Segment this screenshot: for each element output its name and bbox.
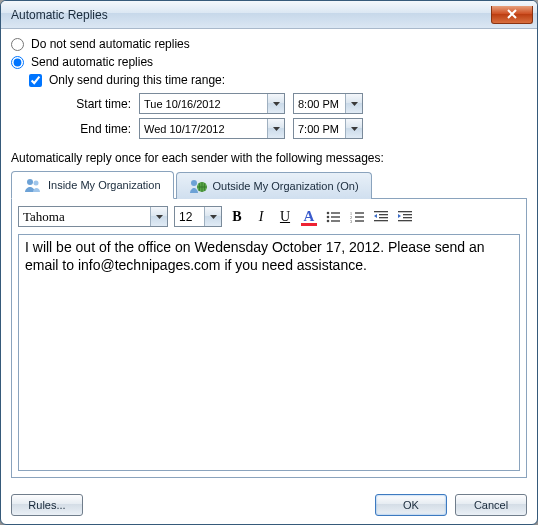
checkbox-time-range[interactable]: Only send during this time range: <box>29 73 527 87</box>
checkbox-time-range-input[interactable] <box>29 74 42 87</box>
dropdown-button[interactable] <box>150 207 167 226</box>
radio-dont-send-label: Do not send automatic replies <box>31 37 190 51</box>
radio-send[interactable]: Send automatic replies <box>11 55 527 69</box>
svg-rect-22 <box>403 217 412 218</box>
bullet-list-button[interactable] <box>324 208 342 226</box>
svg-rect-17 <box>379 214 388 215</box>
format-toolbar: Tahoma 12 B I U A 123 <box>18 205 520 228</box>
radio-send-input[interactable] <box>11 56 24 69</box>
svg-rect-20 <box>398 211 412 212</box>
outdent-button[interactable] <box>372 208 390 226</box>
end-time-select[interactable]: 7:00 PM <box>293 118 363 139</box>
radio-dont-send-input[interactable] <box>11 38 24 51</box>
window-title: Automatic Replies <box>11 8 491 22</box>
editor-panel: Tahoma 12 B I U A 123 <box>11 199 527 478</box>
numbered-list-button[interactable]: 123 <box>348 208 366 226</box>
end-time-label: End time: <box>71 122 131 136</box>
start-date-select[interactable]: Tue 10/16/2012 <box>139 93 285 114</box>
dropdown-button[interactable] <box>204 207 221 226</box>
section-label: Automatically reply once for each sender… <box>11 151 527 165</box>
end-date-select[interactable]: Wed 10/17/2012 <box>139 118 285 139</box>
svg-point-1 <box>34 181 39 186</box>
italic-button[interactable]: I <box>252 208 270 226</box>
start-time-row: Start time: Tue 10/16/2012 8:00 PM <box>71 93 527 114</box>
content-area: Do not send automatic replies Send autom… <box>1 29 537 486</box>
end-time-value: 7:00 PM <box>294 123 345 135</box>
bold-button[interactable]: B <box>228 208 246 226</box>
footer: Rules... OK Cancel <box>1 486 537 524</box>
close-button[interactable] <box>491 6 533 24</box>
tabs: Inside My Organization Outside My Organi… <box>11 171 527 199</box>
tab-inside-label: Inside My Organization <box>48 179 161 191</box>
font-value: Tahoma <box>19 209 150 225</box>
svg-rect-15 <box>355 220 364 221</box>
indent-button[interactable] <box>396 208 414 226</box>
start-time-value: 8:00 PM <box>294 98 345 110</box>
start-time-select[interactable]: 8:00 PM <box>293 93 363 114</box>
tab-outside[interactable]: Outside My Organization (On) <box>176 172 372 199</box>
svg-rect-18 <box>379 217 388 218</box>
dialog-automatic-replies: Automatic Replies Do not send automatic … <box>0 0 538 525</box>
checkbox-time-range-label: Only send during this time range: <box>49 73 225 87</box>
svg-text:3: 3 <box>350 218 352 223</box>
cancel-button[interactable]: Cancel <box>455 494 527 516</box>
dropdown-button[interactable] <box>267 119 284 138</box>
svg-point-6 <box>327 215 330 218</box>
radio-dont-send[interactable]: Do not send automatic replies <box>11 37 527 51</box>
rules-button[interactable]: Rules... <box>11 494 83 516</box>
font-select[interactable]: Tahoma <box>18 206 168 227</box>
globe-people-icon <box>189 178 207 194</box>
ok-button[interactable]: OK <box>375 494 447 516</box>
tab-inside[interactable]: Inside My Organization <box>11 171 174 199</box>
svg-point-4 <box>327 211 330 214</box>
message-textarea[interactable]: I will be out of the office on Wedensday… <box>18 234 520 471</box>
svg-point-0 <box>27 179 33 185</box>
titlebar[interactable]: Automatic Replies <box>1 1 537 29</box>
end-date-value: Wed 10/17/2012 <box>140 123 267 135</box>
underline-button[interactable]: U <box>276 208 294 226</box>
font-color-button[interactable]: A <box>300 208 318 226</box>
radio-send-label: Send automatic replies <box>31 55 153 69</box>
svg-rect-9 <box>331 220 340 221</box>
people-icon <box>24 177 42 193</box>
svg-rect-21 <box>403 214 412 215</box>
tab-outside-label: Outside My Organization (On) <box>213 180 359 192</box>
font-size-value: 12 <box>175 210 204 224</box>
start-time-label: Start time: <box>71 97 131 111</box>
svg-rect-11 <box>355 212 364 213</box>
svg-rect-16 <box>374 211 388 212</box>
dropdown-button[interactable] <box>345 94 362 113</box>
dropdown-button[interactable] <box>267 94 284 113</box>
end-time-row: End time: Wed 10/17/2012 7:00 PM <box>71 118 527 139</box>
start-date-value: Tue 10/16/2012 <box>140 98 267 110</box>
svg-rect-7 <box>331 216 340 217</box>
dropdown-button[interactable] <box>345 119 362 138</box>
svg-point-8 <box>327 219 330 222</box>
svg-rect-5 <box>331 212 340 213</box>
font-size-select[interactable]: 12 <box>174 206 222 227</box>
svg-rect-23 <box>398 220 412 221</box>
svg-rect-19 <box>374 220 388 221</box>
svg-rect-13 <box>355 216 364 217</box>
svg-point-2 <box>191 180 197 186</box>
